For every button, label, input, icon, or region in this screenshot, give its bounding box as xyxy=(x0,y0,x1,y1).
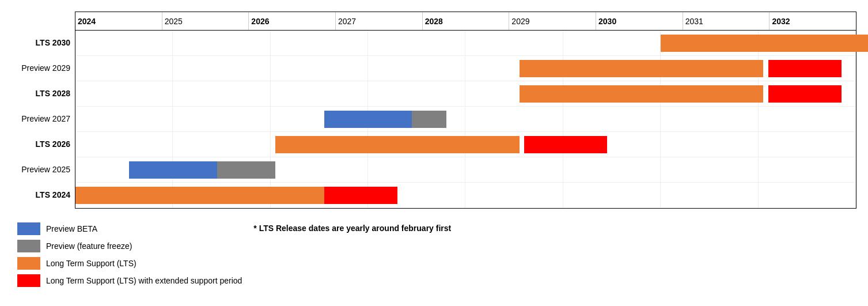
legend-label-2: Long Term Support (LTS) xyxy=(46,259,137,268)
year-axis: 202420252026202720282029203020312032 xyxy=(75,12,856,31)
bar-3-0 xyxy=(324,111,412,128)
bar-2-2 xyxy=(520,85,763,103)
gantt-row-1 xyxy=(75,56,856,81)
bar-2-3 xyxy=(768,85,842,103)
row-label-6: LTS 2024 xyxy=(12,182,75,207)
bar-4-0 xyxy=(275,136,519,153)
gantt-row-0 xyxy=(75,31,856,56)
row-labels: LTS 2030Preview 2029LTS 2028Preview 2027… xyxy=(12,12,75,209)
gantt-chart: LTS 2030Preview 2029LTS 2028Preview 2027… xyxy=(12,12,856,209)
legend-item-1: Preview (feature freeze) xyxy=(17,240,242,252)
year-tick-2027: 2027 xyxy=(335,12,422,30)
row-label-5: Preview 2025 xyxy=(12,157,75,182)
row-label-4: LTS 2026 xyxy=(12,131,75,157)
gantt-row-3 xyxy=(75,107,856,132)
legend-label-0: Preview BETA xyxy=(46,224,97,233)
legend-label-3: Long Term Support (LTS) with extended su… xyxy=(46,276,242,285)
row-label-3: Preview 2027 xyxy=(12,106,75,131)
legend-item-0: Preview BETA xyxy=(17,222,242,235)
legend: Preview BETAPreview (feature freeze)Long… xyxy=(12,222,856,287)
year-tick-2025: 2025 xyxy=(162,12,249,30)
legend-swatch-red xyxy=(17,274,40,287)
bar-3-1 xyxy=(412,111,446,128)
gantt-row-4 xyxy=(75,132,856,157)
gantt-row-2 xyxy=(75,81,856,107)
legend-note-container: * LTS Release dates are yearly around fe… xyxy=(242,222,451,287)
year-tick-2031: 2031 xyxy=(683,12,770,30)
gantt-area: 202420252026202720282029203020312032 xyxy=(75,12,856,209)
legend-swatch-orange xyxy=(17,257,40,270)
bar-6-1 xyxy=(324,187,397,204)
legend-swatch-blue xyxy=(17,222,40,235)
year-tick-2026: 2026 xyxy=(248,12,335,30)
legend-items: Preview BETAPreview (feature freeze)Long… xyxy=(17,222,242,287)
year-tick-2030: 2030 xyxy=(596,12,683,30)
bar-0-0 xyxy=(661,35,868,52)
year-tick-2032: 2032 xyxy=(769,12,856,30)
legend-item-2: Long Term Support (LTS) xyxy=(17,257,242,270)
bar-4-1 xyxy=(524,136,607,153)
row-label-0: LTS 2030 xyxy=(12,30,75,55)
bar-5-0 xyxy=(129,161,217,179)
bar-1-2 xyxy=(520,60,763,77)
row-label-2: LTS 2028 xyxy=(12,81,75,106)
gantt-row-5 xyxy=(75,157,856,183)
row-label-1: Preview 2029 xyxy=(12,55,75,81)
bar-5-1 xyxy=(217,161,276,179)
gantt-rows xyxy=(75,31,856,208)
year-tick-2024: 2024 xyxy=(75,12,162,30)
legend-swatch-gray xyxy=(17,240,40,252)
legend-label-1: Preview (feature freeze) xyxy=(46,241,132,251)
legend-note: * LTS Release dates are yearly around fe… xyxy=(253,224,451,233)
legend-item-3: Long Term Support (LTS) with extended su… xyxy=(17,274,242,287)
year-tick-2028: 2028 xyxy=(422,12,509,30)
year-tick-2029: 2029 xyxy=(509,12,596,30)
gantt-row-6 xyxy=(75,183,856,208)
bar-1-3 xyxy=(768,60,842,77)
bar-6-0 xyxy=(75,187,324,204)
